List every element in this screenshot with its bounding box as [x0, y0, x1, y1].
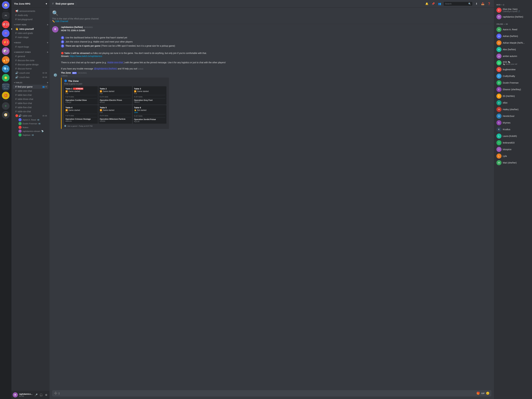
server-icon-4[interactable]: 🔥 61 [2, 56, 10, 64]
server-icon-6[interactable]: 🌟 [2, 74, 10, 81]
member-leebrandt[interactable]: l leebrandt33 [495, 140, 531, 146]
channel-item-discuss-horror[interactable]: # discuss-horror [13, 67, 48, 71]
member-adrian1[interactable]: A Adrian (he/him) [495, 33, 531, 39]
search-input[interactable] [445, 3, 467, 5]
voice-member-aaron[interactable]: Aaron A. Reed 📹 [13, 118, 50, 122]
category-header-tables[interactable]: ▾ TABLES + [12, 80, 50, 85]
server-icon-2[interactable]: ⚡ 1 [2, 38, 10, 46]
table-one-chat-mention[interactable]: #table-one-chat [107, 61, 123, 64]
member-alex[interactable]: A Alex (he/him) [495, 46, 531, 53]
server-icon-gold[interactable]: ⭕ [2, 92, 10, 99]
server-icon-tabletop[interactable]: TABLETOP CALL IN Show [2, 83, 10, 90]
channel-settings-icon[interactable]: ⚙ [45, 86, 47, 88]
add-server-button[interactable]: + [2, 102, 10, 110]
channel-item-discuss-game-design[interactable]: # discuss-game-design [13, 62, 48, 67]
help-button[interactable]: ❓ [487, 2, 491, 6]
pin-button[interactable]: 📌 [431, 2, 436, 6]
member-adrian-marple[interactable]: A Adrian Marple (he/hi... [495, 40, 531, 46]
add-file-button[interactable]: ➕ [54, 392, 57, 395]
member-raphdamico[interactable]: R raphdamico (he/him) [495, 14, 531, 20]
member-bugbearstew[interactable]: b bugbearstew [495, 66, 531, 73]
twitch-link[interactable]: https://www.twitch.tv/raphdamico [70, 55, 102, 57]
server-icon-3[interactable]: 🎲 2 [2, 47, 10, 55]
member-dustin[interactable]: D Dustin Freeman [495, 80, 531, 86]
edit-channel-link[interactable]: ✏️ Edit Channel [52, 20, 68, 23]
info-alex: Alex (he/him) [503, 48, 529, 51]
channel-item-rules-and-goals[interactable]: # rules-and-goals [13, 31, 48, 35]
member-eliot[interactable]: E Eliot (He / him) Listening to Spotify … [495, 7, 531, 13]
download-button[interactable]: ⬇ [474, 2, 479, 6]
server-icon-zone-rpg[interactable]: 🎮 [2, 12, 10, 19]
message-input[interactable] [59, 390, 475, 396]
channel-item-report-bugs[interactable]: # report-bugs [13, 45, 48, 49]
category-header-start-here[interactable]: ▾ START HERE + [12, 23, 50, 27]
member-craftyshafty[interactable]: C CraftyShafty [495, 73, 531, 79]
add-channel-bugs[interactable]: + [47, 41, 48, 44]
voice-member-sajidsan[interactable]: Sajidsan 📹 [13, 133, 50, 137]
add-channel-tables[interactable]: + [47, 81, 48, 84]
members-button[interactable]: 👥 [437, 2, 442, 6]
member-lyla[interactable]: L Lyla [495, 153, 531, 159]
member-elliot[interactable]: e elliot [495, 100, 531, 106]
member-mari[interactable]: M Mari (she/her) [495, 160, 531, 166]
inbox-button[interactable]: 📥 [481, 2, 485, 6]
voice-member-dustin[interactable]: Dustin Freeman 📹 [13, 122, 50, 125]
server-icon-1[interactable]: 👾 [2, 30, 10, 37]
explore-servers-button[interactable]: 🧭 [2, 111, 10, 119]
raphdamico-mention[interactable]: @raphdamico (he/him) [94, 68, 117, 70]
member-krudius[interactable]: K Krudius [495, 126, 531, 133]
settings-button[interactable]: ⚙ [44, 393, 48, 397]
channel-item-table-five-chat[interactable]: # table-five-chat [13, 105, 48, 110]
member-amber[interactable]: a amber autumn [495, 53, 531, 59]
channel-item-main-stage[interactable]: # main-stage [13, 35, 48, 39]
channel-item-table-three-chat[interactable]: # table-three-chat [13, 97, 48, 101]
category-header-hangout-zones[interactable]: ▾ HANGOUT ZONES + [12, 50, 50, 54]
channel-item-couch-one[interactable]: 🔊 couch-one 0008 [13, 71, 48, 75]
message-text-1: HOW TO JOIN A GAME 1 Use the dashboard b… [61, 29, 491, 70]
member-eli[interactable]: E Eli (He/Him) [495, 93, 531, 99]
member-luluspice[interactable]: l luluspice [495, 146, 531, 153]
name-eli: Eli (He/Him) [503, 95, 529, 97]
channel-item-general[interactable]: # general [13, 54, 48, 58]
search-box[interactable]: 🔍 [444, 2, 472, 6]
member-hereticsoul[interactable]: H HereticSoul [495, 113, 531, 119]
category-header-bugs[interactable]: ▾ BUGS! + [12, 41, 50, 45]
member-eleanor[interactable]: E Eleanor (she/they) [495, 86, 531, 93]
voice-member-nukes[interactable]: Nukes [13, 125, 50, 129]
member-hailey[interactable]: H Hailey (she/her) [495, 106, 531, 113]
channel-item-bot-playground[interactable]: # bot-playground [13, 17, 48, 21]
voice-member-raphdamico-stream[interactable]: raphdamico-stream 📡 [13, 129, 50, 133]
add-channel-hangout[interactable]: + [47, 51, 48, 54]
channel-item-mods-only[interactable]: # mods-only [13, 13, 48, 17]
channel-item-find-your-game[interactable]: # find-your-game 👥 ⚙ [13, 85, 48, 89]
channel-item-intro-yourself[interactable]: 👋 intro-yourself [13, 27, 48, 31]
table-6-join[interactable]: Join! [134, 111, 165, 114]
channel-member-icon[interactable]: 👥 [42, 86, 45, 88]
gift-button[interactable]: 🎁 [476, 392, 480, 395]
emoji-button[interactable]: 😊 [486, 392, 489, 395]
member-laura[interactable]: L Laura (Koloth) [495, 133, 531, 139]
channel-item-table-two-chat[interactable]: # table-two-chat [13, 93, 48, 97]
channel-item-couch-two[interactable]: 🔊 couch-two 0008 [13, 75, 48, 79]
gif-button[interactable]: GIF [481, 392, 485, 395]
channel-item-discuss-the-zone[interactable]: # discuss-the-zone [13, 58, 48, 62]
channel-item-table-one-chat[interactable]: # table-one-chat [13, 89, 48, 93]
mute-button[interactable]: 🎤 [34, 393, 38, 397]
name-raphdamico: raphdamico (he/him) [503, 16, 529, 18]
member-ania[interactable]: a ania 🐀 🐀 Watch your rat! [495, 60, 531, 66]
channel-item-table-four-chat[interactable]: # table-four-chat [13, 101, 48, 105]
avatar-khymes: k [496, 120, 501, 125]
channel-item-announcements[interactable]: 📢 announcements [13, 9, 48, 13]
deafen-button[interactable]: 🎧 [39, 393, 43, 397]
server-icon-red[interactable]: 🎯 15 [2, 21, 10, 28]
member-khymes[interactable]: k khymes [495, 120, 531, 126]
server-header[interactable]: The Zone RPG ▾ [12, 0, 50, 8]
server-icon-5[interactable]: 💎 4 [2, 65, 10, 73]
channel-item-table-six-chat[interactable]: # table-six-chat [13, 110, 48, 114]
notification-bell-button[interactable]: 🔔 [425, 2, 429, 6]
add-channel-start-here[interactable]: + [47, 23, 48, 26]
avatar-craftyshafty: C [496, 74, 501, 79]
channel-item-table-one-voice[interactable]: 🔴🔊 table-one 0506 [13, 114, 48, 118]
server-icon-discord-home[interactable]: 🏠 [2, 1, 10, 9]
member-aaron[interactable]: A Aaron A. Reed [495, 26, 531, 33]
